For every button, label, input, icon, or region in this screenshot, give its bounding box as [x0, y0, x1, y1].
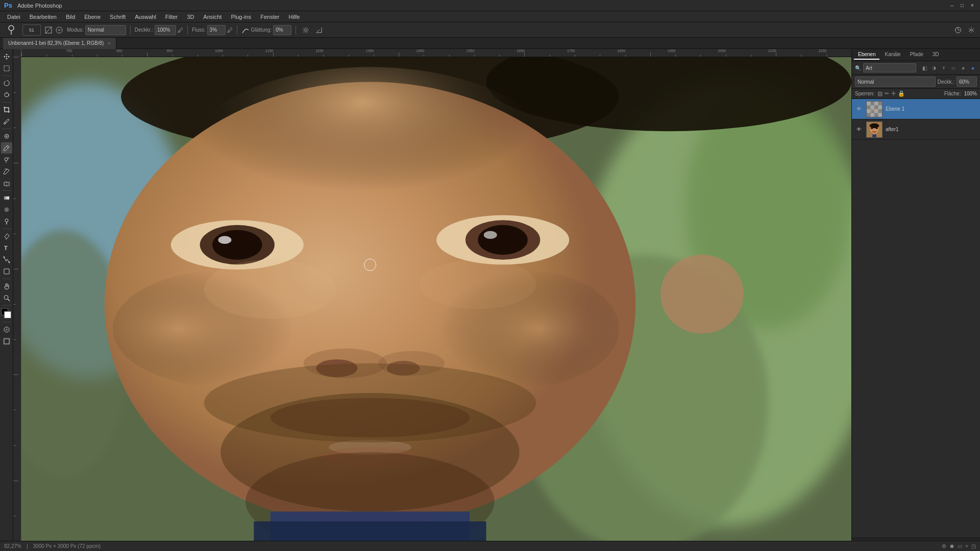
layer-filter-select[interactable]: Art: [863, 63, 916, 72]
blur-tool[interactable]: [1, 204, 12, 215]
blend-mode-select[interactable]: Normal: [85, 25, 126, 35]
eraser-icon: [3, 180, 10, 187]
angle-btn[interactable]: [313, 24, 325, 36]
options-bar: 51 Modus: Normal Deckkr.: 🖊 Fluss: 🖊 Glä…: [0, 22, 980, 38]
move-tool[interactable]: [1, 51, 12, 62]
flow-input[interactable]: [207, 25, 226, 35]
history-icon-btn[interactable]: [952, 24, 964, 36]
options-divider-4: [296, 26, 296, 35]
pen-tool[interactable]: [1, 231, 12, 242]
lock-position-btn[interactable]: ✛: [891, 90, 896, 97]
layer-blend-select[interactable]: Normal Multiplizieren Abwedeln: [855, 77, 936, 87]
smoothing-input[interactable]: [273, 25, 291, 35]
filter-pixel-btn[interactable]: ◧: [920, 64, 928, 72]
v-tick-11: [13, 445, 16, 446]
lock-artboard-btn[interactable]: 🔒: [898, 90, 905, 97]
close-button[interactable]: ×: [969, 2, 976, 9]
eye-icon-ebene1: 👁: [856, 106, 862, 112]
tab-kanaele[interactable]: Kanäle: [880, 50, 904, 60]
clone-stamp-tool[interactable]: [1, 154, 12, 165]
history-brush-tool[interactable]: [1, 166, 12, 177]
tab-pfade[interactable]: Pfade: [906, 50, 927, 60]
status-icon-3[interactable]: ▭: [958, 543, 962, 549]
document-tab-active[interactable]: Unbenannt-1 bei 82,3% (Ebene 1, RGB/8) ×: [3, 38, 116, 49]
menu-hilfe[interactable]: Hilfe: [284, 13, 304, 21]
menu-bearbeiten[interactable]: Bearbeiten: [26, 13, 61, 21]
eyedropper-tool[interactable]: [1, 116, 12, 127]
svg-line-3: [45, 27, 52, 33]
filter-type-btn[interactable]: T: [940, 64, 948, 72]
brush-tool[interactable]: [1, 142, 12, 154]
status-icon-2[interactable]: ⏺: [949, 543, 954, 549]
svg-rect-9: [4, 66, 9, 71]
screen-mode-tool[interactable]: [1, 336, 12, 347]
tab-3d[interactable]: 3D: [928, 50, 943, 60]
path-select-tool[interactable]: [1, 254, 12, 265]
zoom-tool[interactable]: [1, 292, 12, 304]
lock-pixels-btn[interactable]: ✏: [885, 90, 889, 97]
minimize-button[interactable]: –: [948, 2, 955, 9]
v-tick-10: [13, 410, 16, 410]
svg-point-30: [3, 257, 5, 258]
rect-select-tool[interactable]: [1, 63, 12, 74]
tool-preset-picker[interactable]: [3, 23, 19, 37]
maximize-button[interactable]: □: [959, 2, 966, 9]
svg-point-53: [212, 230, 262, 260]
layer-visibility-after1[interactable]: 👁: [855, 126, 863, 134]
foreground-bg-color[interactable]: [1, 308, 12, 319]
density-input[interactable]: [155, 25, 176, 35]
menu-datei[interactable]: Datei: [3, 13, 24, 21]
filter-shape-btn[interactable]: ▭: [949, 64, 958, 72]
menu-ebene[interactable]: Ebene: [80, 13, 105, 21]
filter-adjustment-btn[interactable]: ◑: [930, 64, 938, 72]
tab-ebenen[interactable]: Ebenen: [854, 50, 879, 60]
lasso-tool[interactable]: [1, 78, 12, 89]
opacity-input[interactable]: [957, 77, 977, 87]
status-icon-5[interactable]: ◳: [971, 543, 976, 549]
blur-icon: [3, 206, 10, 213]
lasso-icon: [3, 80, 10, 87]
text-tool[interactable]: T: [1, 242, 12, 254]
h-tick-2100: [751, 55, 751, 57]
h-tick-2150: 2150: [776, 53, 776, 57]
h-tick-2250: 2250: [826, 55, 827, 57]
window-controls[interactable]: – □ ×: [948, 2, 976, 9]
clone-icon: [3, 156, 10, 163]
settings-btn[interactable]: [300, 24, 311, 36]
quick-select-tool[interactable]: [1, 89, 12, 101]
quick-mask-tool[interactable]: [1, 324, 12, 335]
h-tick-1000: [198, 55, 198, 57]
spot-healing-tool[interactable]: [1, 131, 12, 142]
symmetry-icon-btn[interactable]: [966, 24, 977, 36]
menu-filter[interactable]: Filter: [161, 13, 182, 21]
h-tick-1900: [650, 53, 651, 57]
gradient-tool[interactable]: [1, 192, 12, 204]
h-tick-1850: 1850: [625, 55, 626, 57]
menu-schrift[interactable]: Schrift: [106, 13, 130, 21]
brush-preset-btn[interactable]: 51: [22, 24, 41, 36]
filter-smart-btn[interactable]: ◈: [959, 64, 967, 72]
menu-fenster[interactable]: Fenster: [256, 13, 283, 21]
menu-3d[interactable]: 3D: [183, 13, 198, 21]
dodge-tool[interactable]: [1, 216, 12, 227]
background-color[interactable]: [4, 311, 11, 318]
menu-bild[interactable]: Bild: [62, 13, 79, 21]
status-icon-4[interactable]: +: [965, 543, 968, 549]
ruler-horizontal: 6507508509501050115012501350145015501650…: [21, 49, 851, 57]
close-tab-btn[interactable]: ×: [108, 41, 110, 46]
layer-item-ebene1[interactable]: 👁: [852, 99, 980, 119]
layer-name-after1: after1: [886, 127, 977, 132]
menu-ansicht[interactable]: Ansicht: [199, 13, 226, 21]
eraser-tool[interactable]: [1, 178, 12, 189]
canvas-area[interactable]: [21, 57, 851, 551]
hand-tool[interactable]: [1, 281, 12, 292]
status-icon-1[interactable]: ⚙: [942, 543, 946, 549]
crop-tool[interactable]: [1, 104, 12, 115]
lock-transparency-btn[interactable]: ▧: [877, 90, 883, 97]
menu-auswahl[interactable]: Auswahl: [131, 13, 160, 21]
shape-tool[interactable]: [1, 266, 12, 277]
layer-visibility-ebene1[interactable]: 👁: [855, 105, 863, 113]
layer-item-after1[interactable]: 👁 after1: [852, 119, 980, 140]
filter-toggle-btn[interactable]: ●: [969, 64, 977, 72]
menu-plugins[interactable]: Plug-ins: [227, 13, 255, 21]
